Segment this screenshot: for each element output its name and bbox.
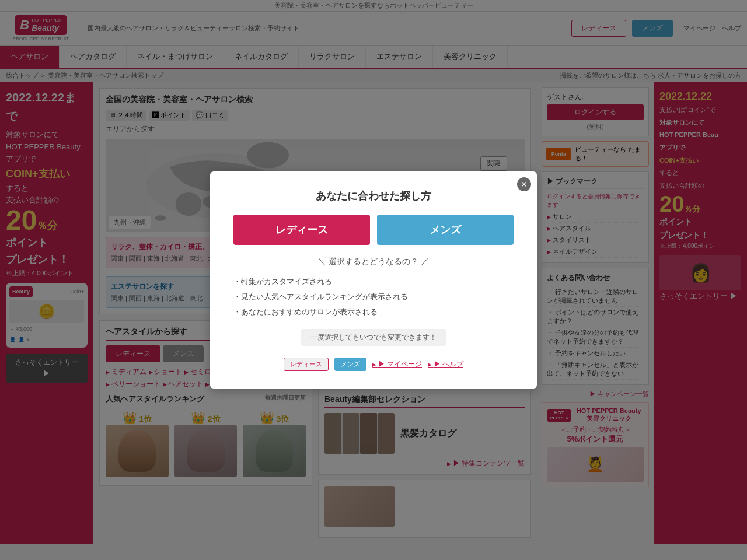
modal-overlay: ✕ あなたに合わせた探し方 レディース メンズ ＼ 選択するとどうなるの？ ／ … xyxy=(0,0,747,544)
modal-change-note: 一度選択してもいつでも変更できます！ xyxy=(301,329,446,346)
modal-bottom-mens[interactable]: メンズ xyxy=(334,358,366,371)
feature-item-1: ・特集がカスタマイズされる xyxy=(233,274,514,289)
modal-bottom-links: レディース メンズ ▶ マイページ ▶ ヘルプ xyxy=(233,358,514,371)
modal-gender-buttons: レディース メンズ xyxy=(233,215,514,245)
modal-ladies-button[interactable]: レディース xyxy=(233,215,370,245)
modal-title: あなたに合わせた探し方 xyxy=(233,189,514,203)
feature-item-2: ・見たい人気ヘアスタイルランキングが表示される xyxy=(233,289,514,304)
gender-selection-modal: ✕ あなたに合わせた探し方 レディース メンズ ＼ 選択するとどうなるの？ ／ … xyxy=(210,172,537,388)
modal-mens-button[interactable]: メンズ xyxy=(377,215,514,245)
modal-bottom-ladies[interactable]: レディース xyxy=(284,358,329,371)
modal-question: ＼ 選択するとどうなるの？ ／ xyxy=(233,257,514,267)
modal-close-button[interactable]: ✕ xyxy=(517,177,531,191)
modal-help-link[interactable]: ▶ ヘルプ xyxy=(428,358,463,370)
modal-features: ・特集がカスタマイズされる ・見たい人気ヘアスタイルランキングが表示される ・あ… xyxy=(233,274,514,320)
modal-center-note: 一度選択してもいつでも変更できます！ xyxy=(233,329,514,354)
modal-mypage-link[interactable]: ▶ マイページ xyxy=(372,358,422,370)
feature-item-3: ・あなたにおすすめのサロンが表示される xyxy=(233,304,514,320)
